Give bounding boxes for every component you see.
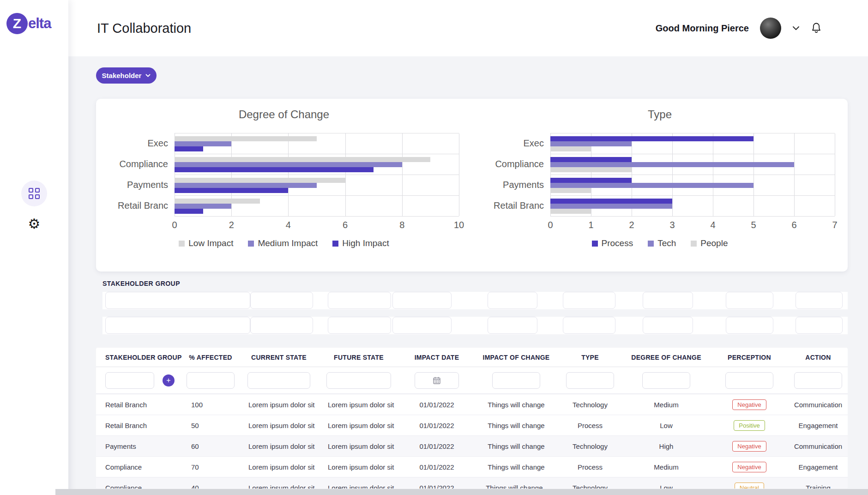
table-cell-pct_affected: 70 [182,463,239,471]
column-filter-input[interactable] [642,372,690,389]
column-header: ACTION [789,354,848,361]
chevron-down-icon[interactable] [792,26,800,30]
column-filter-input[interactable] [326,372,391,389]
bar [175,188,288,193]
chart-x-axis: 01234567 [550,216,835,233]
chart-category-labels: ExecCompliancePaymentsRetail Branc [96,133,175,216]
column-filter-input[interactable] [492,372,540,389]
zelta-logo-text: elta [28,15,51,32]
stakeholder-group-section-label: STAKEHOLDER GROUP [102,280,848,287]
table-row[interactable]: Compliance40Lorem ipsum dolor sitLorem i… [96,477,848,489]
x-tick-label: 8 [399,220,404,230]
table-cell-pct_affected: 40 [182,484,239,489]
column-header: IMPACT OF CHANGE [475,354,558,361]
column-header: TYPE [558,354,622,361]
bar [550,141,632,146]
category-label: Exec [472,133,550,154]
column-filter-input[interactable] [794,372,842,389]
table-cell-action: Communication [789,401,848,409]
filter-box[interactable] [726,292,773,309]
table-cell-action: Engagement [789,463,848,471]
filter-box[interactable] [488,292,537,309]
bar [550,209,591,214]
bar [550,183,753,188]
bar-group [550,175,835,196]
bar-group [550,133,835,154]
filter-box[interactable] [563,317,615,334]
filter-cell [789,372,848,389]
table-cell-type: Technology [558,442,622,450]
column-filter-input[interactable] [566,372,614,389]
bell-icon[interactable] [811,22,822,34]
table-cell-future_state: Lorem ipsum dolor sit [319,442,399,450]
bar [175,157,430,162]
filter-box[interactable] [563,292,615,309]
perception-badge: Neutral [735,483,764,489]
legend-item: High Impact [332,238,389,248]
filter-box[interactable] [643,317,693,334]
gridline [459,133,459,216]
stakeholder-dropdown-button[interactable]: Stakeholder [96,67,157,84]
table-cell-degree_of_change: Low [622,484,710,489]
table-cell-degree_of_change: High [622,442,710,450]
table-cell-impact_date: 01/01/2022 [399,422,475,429]
filter-box[interactable] [105,292,250,309]
column-header: IMPACT DATE [399,354,475,361]
filter-cell [558,372,622,389]
filter-box[interactable] [105,317,250,334]
table-cell-current_state: Lorem ipsum dolor sit [239,442,319,450]
table-row[interactable]: Payments60Lorem ipsum dolor sitLorem ips… [96,435,848,456]
filter-box[interactable] [250,292,313,309]
category-label: Payments [472,175,550,195]
add-row-button[interactable]: + [163,374,175,386]
column-filter-input[interactable] [105,372,154,389]
bar-group [175,196,459,217]
x-tick-label: 1 [588,220,593,230]
grid-icon [29,188,40,199]
bar-group [175,133,459,154]
filter-box[interactable] [726,317,773,334]
filter-box[interactable] [250,317,313,334]
avatar[interactable] [760,18,781,39]
sidebar-item-settings[interactable]: ⚙ [24,213,44,234]
chart-plot-area [175,133,459,216]
table-row[interactable]: Compliance70Lorem ipsum dolor sitLorem i… [96,456,848,477]
sidebar-item-apps[interactable] [21,181,47,206]
filter-box[interactable] [796,317,843,334]
zelta-logo-icon: Z [6,13,28,34]
calendar-icon[interactable] [433,376,441,384]
filter-box[interactable] [796,292,843,309]
filter-box[interactable] [328,292,391,309]
table-cell-impact_date: 01/01/2022 [399,463,475,471]
filter-box[interactable] [643,292,693,309]
zelta-logo: Z elta [0,0,68,34]
chart-legend: Low ImpactMedium ImpactHigh Impact [96,238,472,248]
chart-title: Degree of Change [96,108,472,122]
perception-badge: Negative [732,462,766,472]
x-tick-label: 7 [832,220,837,230]
column-filter-input[interactable] [247,372,310,389]
column-filter-input[interactable] [725,372,773,389]
filter-box[interactable] [392,317,452,334]
filter-cell [239,372,319,389]
table-cell-current_state: Lorem ipsum dolor sit [239,484,319,489]
column-filter-input[interactable] [187,372,235,389]
horizontal-scrollbar[interactable] [55,489,868,495]
table-row[interactable]: Retail Branch50Lorem ipsum dolor sitLore… [96,415,848,435]
bar [175,162,402,167]
table-cell-impact_date: 01/01/2022 [399,442,475,450]
table-cell-type: Process [558,422,622,429]
filter-cell [182,372,239,389]
bar [175,167,374,172]
table-row[interactable]: Retail Branch100Lorem ipsum dolor sitLor… [96,394,848,415]
x-tick-label: 10 [454,220,464,230]
filter-box[interactable] [488,317,537,334]
table-cell-perception: Positive [710,420,789,431]
table-cell-current_state: Lorem ipsum dolor sit [239,401,319,409]
legend-swatch [592,241,598,247]
x-tick-label: 6 [791,220,796,230]
table-cell-stakeholder_group: Retail Branch [96,401,182,409]
filter-box[interactable] [392,292,452,309]
filter-box[interactable] [328,317,391,334]
legend-swatch [691,241,697,247]
